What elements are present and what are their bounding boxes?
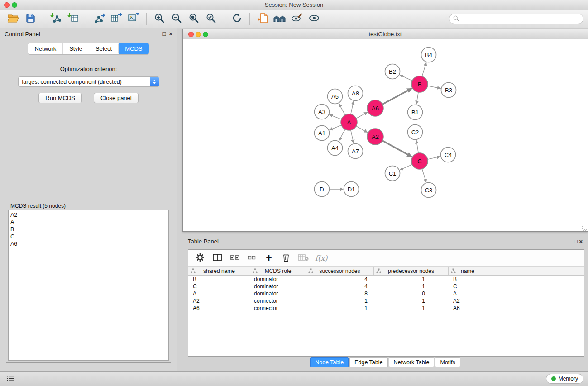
network-edge-A2-C[interactable]	[382, 141, 412, 157]
export-table-button[interactable]	[108, 11, 125, 27]
mcds-result-list[interactable]: A2ABCA6	[8, 210, 169, 361]
network-edge-A6-B[interactable]	[382, 88, 412, 104]
close-panel-icon[interactable]: ×	[169, 31, 172, 37]
network-edge-A-A8[interactable]	[351, 101, 354, 114]
result-item[interactable]: A2	[9, 211, 168, 219]
network-node-A1[interactable]: A1	[315, 126, 330, 141]
close-window-button[interactable]	[4, 2, 10, 8]
table-row[interactable]: A2connector11A2	[188, 297, 584, 305]
network-edge-B-B4[interactable]	[422, 62, 426, 76]
search-input[interactable]	[461, 16, 579, 22]
network-node-D1[interactable]: D1	[344, 182, 359, 197]
home-views-button[interactable]	[271, 11, 288, 27]
table-row[interactable]: Cdominator41C	[188, 283, 584, 290]
network-node-B3[interactable]: B3	[441, 83, 456, 98]
network-node-B[interactable]: B	[411, 76, 428, 92]
select-all-rows-button[interactable]	[227, 251, 242, 265]
network-canvas[interactable]: B4B2BB3A5A8A6B1A3AA1C2A2A4A7C4CC1C3DD1	[183, 39, 588, 231]
tab-style[interactable]: Style	[62, 43, 89, 54]
memory-button[interactable]: Memory	[546, 374, 583, 384]
tab-network-table[interactable]: Network Table	[389, 357, 435, 367]
network-node-A8[interactable]: A8	[348, 86, 363, 101]
float-panel-icon[interactable]: □	[163, 31, 166, 37]
show-columns-button[interactable]	[210, 251, 225, 265]
result-item[interactable]: A	[9, 219, 168, 226]
close-panel-button[interactable]: Close panel	[94, 93, 139, 103]
network-node-C2[interactable]: C2	[408, 125, 423, 140]
network-edge-A-A6[interactable]	[356, 112, 368, 119]
close-table-panel-icon[interactable]: ×	[579, 238, 583, 245]
export-image-button[interactable]	[125, 11, 142, 27]
network-node-A6[interactable]: A6	[367, 100, 383, 116]
result-item[interactable]: C	[9, 233, 168, 240]
deselect-all-rows-button[interactable]	[244, 251, 259, 265]
column-header-name[interactable]: name	[449, 267, 487, 275]
network-document-button[interactable]	[254, 11, 271, 27]
network-edge-C-C4[interactable]	[428, 157, 440, 159]
network-canvas-area[interactable]: B4B2BB3A5A8A6B1A3AA1C2A2A4A7C4CC1C3DD1	[183, 39, 588, 231]
column-header-successor-nodes[interactable]: successor nodes	[306, 267, 374, 275]
network-edge-C-C2[interactable]	[416, 140, 419, 153]
network-edge-C-C3[interactable]	[422, 169, 426, 182]
tab-select[interactable]: Select	[89, 43, 118, 54]
zoom-network-button[interactable]	[203, 32, 208, 37]
network-node-C3[interactable]: C3	[421, 183, 436, 198]
table-row[interactable]: Bdominator41B	[188, 276, 584, 283]
open-session-button[interactable]	[5, 11, 22, 27]
network-node-D[interactable]: D	[315, 182, 330, 197]
zoom-fit-button[interactable]	[185, 11, 202, 27]
network-edge-A-A7[interactable]	[351, 130, 354, 143]
graphics-details-button[interactable]	[306, 11, 323, 27]
column-header-shared-name[interactable]: shared name	[188, 267, 250, 275]
tab-motifs[interactable]: Motifs	[435, 357, 460, 367]
network-node-B2[interactable]: B2	[385, 64, 400, 79]
network-edge-B-B1[interactable]	[416, 92, 418, 105]
zoom-window-button[interactable]	[12, 2, 17, 8]
network-edge-B-B2[interactable]	[400, 75, 412, 81]
zoom-selected-button[interactable]	[202, 11, 220, 27]
network-edge-A-A1[interactable]	[329, 125, 341, 130]
import-network-button[interactable]	[48, 11, 65, 27]
network-edge-A-A5[interactable]	[339, 103, 345, 115]
table-row[interactable]: A6connector11A6	[188, 305, 584, 312]
network-node-A3[interactable]: A3	[315, 105, 330, 119]
run-mcds-button[interactable]: Run MCDS	[38, 93, 82, 103]
delete-table-button[interactable]	[296, 251, 311, 265]
window-resize-grip[interactable]	[582, 225, 588, 231]
table-settings-button[interactable]	[193, 251, 207, 265]
minimize-network-button[interactable]	[196, 32, 201, 37]
export-network-button[interactable]	[91, 11, 108, 27]
tab-mcds[interactable]: MCDS	[118, 43, 148, 54]
network-node-A5[interactable]: A5	[328, 89, 343, 104]
network-node-C[interactable]: C	[411, 153, 428, 169]
float-table-panel-icon[interactable]: □	[574, 238, 578, 245]
network-node-A2[interactable]: A2	[367, 129, 383, 145]
criterion-dropdown[interactable]: largest connected component (directed)	[18, 76, 159, 87]
table-row[interactable]: Adominator80A	[188, 290, 584, 297]
column-header-predecessor-nodes[interactable]: predecessor nodes	[374, 267, 449, 275]
column-header-MCDS-role[interactable]: MCDS role	[250, 267, 306, 275]
network-node-B4[interactable]: B4	[421, 48, 436, 62]
network-node-C1[interactable]: C1	[385, 166, 400, 181]
network-edge-B-B3[interactable]	[428, 86, 441, 89]
network-node-A4[interactable]: A4	[328, 141, 343, 156]
annotation-visibility-button[interactable]	[288, 11, 306, 27]
network-edge-A-A2[interactable]	[356, 126, 368, 133]
tab-node-table[interactable]: Node Table	[310, 357, 349, 367]
delete-column-button[interactable]	[279, 251, 293, 265]
add-column-button[interactable]: +	[262, 251, 276, 265]
save-session-button[interactable]	[22, 11, 39, 27]
network-edge-A-A4[interactable]	[339, 129, 345, 141]
import-table-button[interactable]	[65, 11, 82, 27]
toolbar-search[interactable]	[449, 14, 583, 24]
network-edge-C-C1[interactable]	[400, 164, 412, 170]
tab-edge-table[interactable]: Edge Table	[349, 357, 387, 367]
network-node-B1[interactable]: B1	[408, 105, 423, 120]
network-node-C4[interactable]: C4	[441, 148, 456, 162]
network-node-A7[interactable]: A7	[348, 144, 363, 159]
apply-layout-button[interactable]	[228, 11, 245, 27]
network-edge-A-A3[interactable]	[329, 114, 341, 119]
function-builder-button[interactable]: f(x)	[315, 254, 327, 262]
tab-network[interactable]: Network	[28, 43, 62, 54]
zoom-in-button[interactable]	[151, 11, 168, 27]
